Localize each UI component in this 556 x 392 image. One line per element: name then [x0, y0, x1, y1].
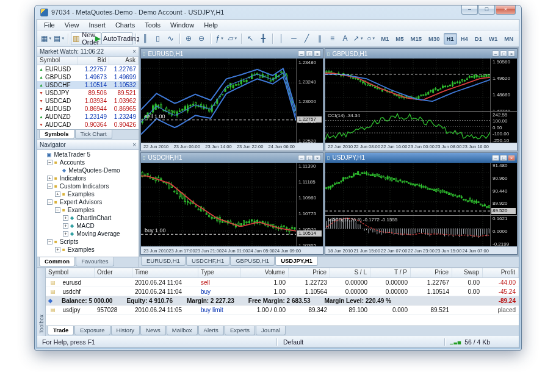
vertical-line-button[interactable]: │ — [275, 32, 287, 45]
chart-tab-eurusd-h1[interactable]: EURUSD,H1 — [141, 257, 186, 266]
candlestick-chart-button[interactable]: ▯ — [151, 32, 164, 45]
status-profile-button[interactable]: Default — [276, 338, 444, 346]
tree-item-scripts[interactable]: −■Scripts — [37, 238, 139, 246]
timeframe-d1-button[interactable]: D1 — [472, 33, 485, 45]
chart-plot-gbpusd[interactable]: 1.505601.496201.486801.47740 — [325, 59, 517, 111]
autotrading-button[interactable]: ▶AutoTrading — [101, 32, 134, 45]
navigator-close-icon[interactable]: × — [132, 142, 136, 148]
shapes-button[interactable]: ○▾ — [364, 32, 377, 45]
chart-window-gbpusd[interactable]: ▯ GBPUSD,H1 – □ × 1.505601.496201.486801… — [325, 48, 518, 151]
tree-item-custom-indicators[interactable]: −■Custom Indicators — [37, 182, 139, 190]
chart-area-usdjpy[interactable]: 91.48090.96090.44089.92089.520MACD(12,26… — [325, 163, 517, 255]
trade-row-usdjpy[interactable]: ▤usdjpy9570282010.06.24 11:05buy limit1.… — [46, 305, 519, 315]
market-watch-row-usdchf[interactable]: ▲USDCHF1.105141.10532 — [37, 81, 139, 89]
close-button[interactable]: × — [496, 5, 516, 15]
collapse-icon[interactable]: − — [47, 184, 52, 189]
collapse-icon[interactable]: − — [47, 199, 52, 205]
tree-item-chartinchart[interactable]: +◆ChartInChart — [37, 214, 139, 222]
toolbox-side-tab[interactable]: Toolbox — [37, 268, 46, 336]
timeframe-mn-button[interactable]: MN — [501, 33, 516, 45]
collapse-icon[interactable]: − — [47, 239, 52, 244]
tree-item-examples[interactable]: −■Examples — [37, 206, 139, 214]
tree-item-expert-advisors[interactable]: −■Expert Advisors — [37, 198, 139, 206]
zoom-in-button[interactable]: ⊕ — [182, 32, 195, 45]
tree-item-examples[interactable]: +■Examples — [37, 190, 139, 198]
cursor-button[interactable]: ↖ — [244, 32, 257, 45]
chart-window-eurusd[interactable]: ▯ EURUSD,H1 – □ × sell 1.001.234801.2324… — [140, 48, 323, 151]
toolbox-tab-journal[interactable]: Journal — [256, 326, 286, 335]
market-watch-tab-symbols[interactable]: Symbols — [39, 130, 74, 139]
channel-button[interactable]: ∥ — [313, 32, 326, 45]
chart-tab-gbpusd-h1[interactable]: GBPUSD,H1 — [230, 257, 275, 266]
chart-minimize-button[interactable]: – — [492, 155, 499, 161]
tree-item-indicators[interactable]: +■Indicators — [37, 174, 139, 182]
navigator-tab-common[interactable]: Common — [39, 257, 75, 266]
market-watch-row-audusd[interactable]: ▼AUDUSD0.869440.86965 — [37, 105, 139, 113]
toolbox-tab-history[interactable]: History — [111, 326, 140, 335]
chart-plot-usdjpy[interactable]: 91.48090.96090.44089.92089.520 — [325, 163, 517, 215]
market-watch-row-audnzd[interactable]: ▲AUDNZD1.231491.23249 — [37, 113, 139, 121]
profiles-button[interactable]: ▤▾ — [52, 32, 65, 45]
market-watch-row-usdjpy[interactable]: ▼USDJPY89.50689.521 — [37, 89, 139, 97]
indicators-button[interactable]: ƒ▾ — [213, 32, 226, 45]
navigator-header[interactable]: Navigator × — [37, 140, 139, 150]
market-watch-row-usdcad[interactable]: ▼USDCAD1.039341.03962 — [37, 97, 139, 105]
zoom-out-button[interactable]: ⊖ — [195, 32, 208, 45]
market-watch-header[interactable]: Market Watch: 11:06:22 × — [37, 47, 139, 57]
chart-minimize-button[interactable]: – — [298, 51, 305, 57]
chart-area-usdchf[interactable]: buy 1.001.113901.111851.109801.107751.10… — [141, 163, 323, 255]
market-watch-tab-tick-chart[interactable]: Tick Chart — [75, 130, 112, 139]
chart-titlebar-usdchf[interactable]: ▯ USDCHF,H1 – □ × — [141, 153, 323, 163]
minimize-button[interactable]: – — [461, 5, 478, 15]
chart-tab-usdjpy-h1[interactable]: USDJPY,H1 — [275, 257, 318, 266]
timeframe-m1-button[interactable]: M1 — [378, 33, 392, 45]
balance-row[interactable]: ◆Balance: 5 000.00Equity: 4 910.76Margin… — [46, 296, 519, 305]
chart-titlebar-usdjpy[interactable]: ▯ USDJPY,H1 – □ × — [325, 153, 517, 163]
timeframe-m15-button[interactable]: M15 — [408, 33, 425, 45]
chart-restore-button[interactable]: □ — [500, 51, 507, 57]
chart-window-usdchf[interactable]: ▯ USDCHF,H1 – □ × buy 1.001.113901.11185… — [140, 152, 323, 255]
crosshair-button[interactable]: ╋ — [257, 32, 270, 45]
tree-item-macd[interactable]: +◆MACD — [37, 222, 139, 230]
timeframe-h4-button[interactable]: H4 — [458, 33, 471, 45]
line-chart-button[interactable]: ∿ — [164, 32, 177, 45]
chart-canvas-usdchf[interactable]: buy 1.00 — [141, 163, 296, 247]
chart-window-usdjpy[interactable]: ▯ USDJPY,H1 – □ × 91.48090.96090.44089.9… — [325, 152, 518, 255]
chart-plot-eurusd[interactable]: sell 1.001.234801.232401.230001.227601.2… — [141, 59, 323, 143]
menu-item-insert[interactable]: Insert — [84, 21, 110, 29]
chart-canvas-gbpusd[interactable] — [325, 59, 490, 111]
navigator-tab-favourites[interactable]: Favourites — [76, 257, 114, 266]
chart-tab-usdchf-h1[interactable]: USDCHF,H1 — [186, 257, 229, 266]
menu-item-view[interactable]: View — [60, 21, 84, 29]
toolbox-tab-alerts[interactable]: Alerts — [198, 326, 224, 335]
maximize-button[interactable]: □ — [478, 5, 495, 15]
collapse-icon[interactable]: − — [47, 160, 52, 165]
objects-list-button[interactable]: ▱▾ — [226, 32, 239, 45]
market-watch-row-audcad[interactable]: ▼AUDCAD0.903640.90426 — [37, 121, 139, 129]
toolbox-tab-mailbox[interactable]: Mailbox — [167, 326, 198, 335]
tree-item-metaquotes-demo[interactable]: ◆MetaQuotes-Demo — [37, 166, 139, 174]
tree-item-accounts[interactable]: −■Accounts — [37, 159, 139, 166]
market-watch-close-icon[interactable]: × — [132, 49, 136, 55]
indicator-window-macd[interactable]: MACD(12,26,9) -0.1772 -0.15550.16210.000… — [325, 215, 517, 246]
text-tool-button[interactable]: A — [339, 32, 352, 45]
timeframe-m30-button[interactable]: M30 — [425, 33, 442, 45]
menu-item-tools[interactable]: Tools — [140, 21, 165, 29]
timeframe-h1-button[interactable]: H1 — [444, 33, 457, 45]
chart-canvas-eurusd[interactable]: sell 1.00 — [141, 59, 296, 143]
chart-minimize-button[interactable]: – — [492, 51, 499, 57]
trendline-button[interactable]: ╱ — [300, 32, 313, 45]
horizontal-line-button[interactable]: ─ — [287, 32, 300, 45]
tree-item-examples[interactable]: +■Examples — [37, 246, 139, 254]
menu-item-window[interactable]: Window — [165, 21, 199, 29]
bar-chart-button[interactable]: ║ — [139, 32, 151, 45]
chart-restore-button[interactable]: □ — [306, 155, 313, 161]
market-watch-row-gbpusd[interactable]: ▲GBPUSD1.496731.49699 — [37, 73, 139, 81]
toolbox-tab-trade[interactable]: Trade — [48, 326, 74, 335]
toolbox-tab-news[interactable]: News — [140, 326, 166, 335]
menu-item-file[interactable]: File — [39, 21, 60, 29]
chart-area-gbpusd[interactable]: 1.505601.496201.486801.47740CCI(14) -34.… — [325, 59, 517, 151]
toolbox-tab-experts[interactable]: Experts — [225, 326, 255, 335]
chart-close-button[interactable]: × — [508, 51, 515, 57]
chart-close-button[interactable]: × — [508, 155, 515, 161]
